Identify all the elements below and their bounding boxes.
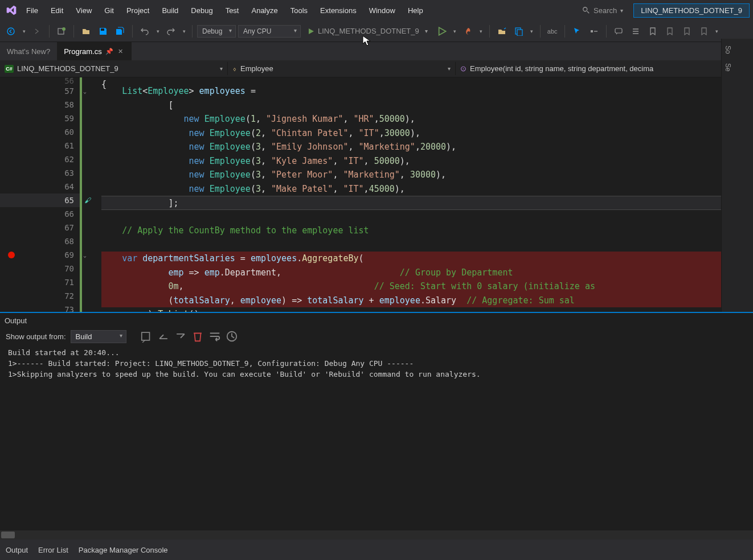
bookmark-button[interactable] [645, 24, 660, 39]
configuration-combo[interactable]: Debug [197, 25, 236, 38]
menu-window[interactable]: Window [363, 4, 401, 17]
class-combo[interactable]: ⬨ Employee [228, 62, 456, 75]
line-number: 72 [0, 289, 80, 303]
menu-tools[interactable]: Tools [285, 4, 313, 17]
solution-explorer-tab[interactable]: So [722, 41, 753, 59]
output-clear-button[interactable] [191, 330, 204, 343]
save-all-button[interactable] [113, 24, 128, 39]
pin-icon[interactable]: 📌 [105, 47, 113, 55]
save-button[interactable] [96, 24, 111, 39]
line-number: 64 [0, 180, 80, 193]
search-box[interactable]: Search ▾ [578, 4, 628, 17]
undo-dropdown[interactable]: ▾ [154, 24, 161, 39]
redo-button[interactable] [163, 24, 178, 39]
nav-back-dropdown[interactable]: ▾ [21, 24, 27, 39]
breakpoint-icon[interactable] [8, 252, 15, 258]
output-goto-prev-button[interactable] [157, 330, 170, 343]
code-area[interactable]: { List<Employee> employees = [ new Emplo… [82, 77, 753, 316]
code-line: { [101, 77, 753, 84]
spellcheck-button[interactable]: abc [545, 24, 560, 39]
output-wordwrap-button[interactable] [208, 330, 221, 343]
start-without-debug-dropdown[interactable]: ▾ [452, 24, 459, 39]
code-navbar: C# LINQ_METHODS_DOTNET_9 ⬨ Employee ⊙ Em… [0, 60, 753, 77]
line-number: 60 [0, 125, 80, 139]
solution-title[interactable]: LINQ_METHODS_DOTNET_9 [633, 3, 750, 18]
class-icon: ⬨ [232, 64, 237, 73]
line-number: 70 [0, 262, 80, 275]
output-text[interactable]: Build started at 20:40... 1>------ Build… [0, 345, 753, 382]
menu-help[interactable]: Help [402, 4, 429, 17]
menu-edit[interactable]: Edit [45, 4, 69, 17]
output-goto-next-button[interactable] [174, 330, 187, 343]
output-panel: Output Show output from: Build Build sta… [0, 312, 753, 540]
scroll-thumb[interactable] [1, 532, 15, 538]
menu-project[interactable]: Project [121, 4, 155, 17]
menu-extensions[interactable]: Extensions [314, 4, 362, 17]
close-icon[interactable]: ✕ [117, 47, 125, 55]
status-output[interactable]: Output [6, 546, 28, 554]
nav-forward-button[interactable] [30, 24, 44, 39]
tab-whats-new[interactable]: What's New? [0, 42, 57, 60]
bookmark-clear-button[interactable] [697, 24, 711, 39]
hot-reload-dropdown[interactable]: ▾ [478, 24, 485, 39]
bookmark-prev-button[interactable] [662, 24, 677, 39]
line-number: 63 [0, 166, 80, 180]
menu-view[interactable]: View [70, 4, 97, 17]
search-icon [582, 6, 590, 14]
start-without-debug-button[interactable] [435, 24, 449, 39]
output-find-button[interactable] [140, 330, 153, 343]
svg-rect-10 [142, 332, 150, 340]
status-pmc[interactable]: Package Manager Console [79, 546, 168, 554]
member-combo[interactable]: ⊙ Employee(int id, string name, string d… [456, 62, 736, 75]
bookmark-next-button[interactable] [680, 24, 694, 39]
platform-combo[interactable]: Any CPU [238, 25, 301, 38]
menu-git[interactable]: Git [99, 4, 120, 17]
undo-button[interactable] [137, 24, 152, 39]
separator [73, 25, 74, 38]
search-label: Search [594, 6, 617, 15]
separator [49, 25, 50, 38]
code-editor[interactable]: 56 57⌄ 58 59 60 61 62 63 64 65🖌 66 67 68… [0, 77, 753, 316]
line-number: 56 [0, 77, 80, 84]
svg-rect-7 [517, 30, 522, 36]
menubar: File Edit View Git Project Build Debug T… [0, 0, 753, 20]
code-line: 0m, // Seed: Start with 0 salary (initia… [101, 279, 753, 294]
csharp-icon: C# [5, 65, 14, 73]
uncomment-button[interactable] [628, 24, 643, 39]
output-toolbar: Show output from: Build [0, 328, 753, 345]
menu-debug[interactable]: Debug [185, 4, 218, 17]
code-line: new Employee(2, "Chintan Patel", "IT",30… [101, 126, 753, 141]
code-line: new Employee(3, "Make Patel", "IT",45000… [101, 182, 753, 196]
hot-reload-button[interactable] [461, 24, 476, 39]
tab-program-cs[interactable]: Program.cs 📌 ✕ [57, 42, 131, 60]
new-project-button[interactable] [54, 24, 69, 39]
menu-build[interactable]: Build [156, 4, 184, 17]
start-debug-button[interactable]: LINQ_METHODS_DOTNET_9 [303, 25, 432, 37]
toolbar-overflow[interactable]: ▾ [714, 24, 721, 39]
step-button[interactable] [587, 24, 601, 39]
redo-dropdown[interactable]: ▾ [181, 24, 187, 39]
output-source-combo[interactable]: Build [71, 330, 127, 343]
menu-file[interactable]: File [21, 4, 44, 17]
output-header: Output [0, 313, 753, 328]
code-line: emp => emp.Department, // Group by Depar… [101, 266, 753, 280]
status-error-list[interactable]: Error List [38, 546, 68, 554]
run-target-label: LINQ_METHODS_DOTNET_9 [318, 27, 419, 35]
server-explorer-tab[interactable]: Se [722, 59, 753, 76]
menu-analyze[interactable]: Analyze [245, 4, 283, 17]
open-file-button[interactable] [79, 24, 93, 39]
nav-back-button[interactable] [3, 24, 18, 39]
output-timestamp-button[interactable] [226, 330, 238, 343]
menu-test[interactable]: Test [220, 4, 245, 17]
browse-button[interactable] [494, 24, 509, 39]
find-dropdown[interactable]: ▾ [529, 24, 535, 39]
svg-point-0 [583, 7, 587, 11]
project-combo[interactable]: C# LINQ_METHODS_DOTNET_9 [0, 62, 228, 75]
find-in-files-button[interactable] [511, 24, 526, 39]
line-number: 58 [0, 98, 80, 112]
code-line: new Employee(3, "Peter Moor", "Marketing… [101, 168, 753, 182]
scrollbar-horizontal[interactable] [0, 530, 753, 540]
comment-button[interactable] [611, 24, 626, 39]
cursor-select-button[interactable] [570, 24, 584, 39]
code-line: new Employee(3, "Emily Johnson", "Market… [101, 140, 753, 154]
